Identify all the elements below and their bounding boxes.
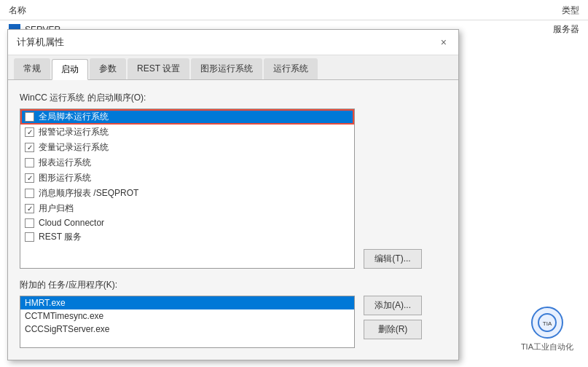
checkbox-8[interactable] bbox=[25, 232, 34, 242]
checkbox-3[interactable] bbox=[25, 158, 34, 167]
checkbox-0[interactable] bbox=[25, 112, 34, 122]
tab-rest[interactable]: REST 设置 bbox=[128, 58, 189, 79]
col1-header: 名称 bbox=[9, 4, 26, 17]
tasks-label: 附加的 任务/应用程序(K): bbox=[20, 279, 447, 291]
list-item[interactable]: REST 服务 bbox=[20, 229, 354, 245]
startup-item-1-label: 报警记录运行系统 bbox=[39, 126, 109, 138]
dialog-titlebar: 计算机属性 × bbox=[8, 30, 458, 55]
tab-graphics[interactable]: 图形运行系统 bbox=[191, 58, 262, 79]
startup-item-5-label: 消息顺序报表 /SEQPROT bbox=[39, 187, 138, 200]
list-item[interactable]: 全局脚本运行系统 bbox=[20, 109, 354, 125]
startup-item-6-label: 用户归档 bbox=[39, 202, 74, 215]
svg-text:TIA: TIA bbox=[543, 320, 552, 327]
list-item[interactable]: HMRT.exe bbox=[20, 296, 354, 309]
startup-label: WinCC 运行系统 的启动顺序(O): bbox=[20, 92, 447, 104]
dialog: 计算机属性 × 常规 启动 参数 REST 设置 图形运行系统 运行系统 Win… bbox=[7, 29, 459, 360]
checkbox-4[interactable] bbox=[25, 173, 34, 183]
startup-item-7-label: Cloud Connector bbox=[39, 218, 104, 228]
list-item[interactable]: CCTMTimesync.exe bbox=[20, 309, 354, 323]
startup-item-3-label: 报表运行系统 bbox=[39, 157, 91, 169]
checkbox-2[interactable] bbox=[25, 143, 34, 152]
list-item[interactable]: 用户归档 bbox=[20, 201, 354, 216]
add-button[interactable]: 添加(A)... bbox=[364, 296, 422, 315]
task-item-0-label: HMRT.exe bbox=[25, 298, 66, 308]
checkbox-6[interactable] bbox=[25, 204, 34, 213]
task-item-2-label: CCCSigRTServer.exe bbox=[25, 324, 109, 334]
edit-button-area: 编辑(T)... bbox=[364, 108, 422, 269]
edit-button[interactable]: 编辑(T)... bbox=[364, 249, 422, 269]
startup-item-8-label: REST 服务 bbox=[39, 231, 82, 243]
tia-circle-icon: TIA bbox=[531, 307, 563, 339]
top-bar: 名称 类型 bbox=[0, 0, 588, 20]
checkbox-7[interactable] bbox=[25, 218, 34, 228]
server-type-label: 服务器 bbox=[553, 23, 579, 36]
dialog-close-button[interactable]: × bbox=[438, 36, 450, 48]
list-item[interactable]: 消息顺序报表 /SEQPROT bbox=[20, 186, 354, 201]
col2-header: 类型 bbox=[562, 4, 579, 17]
tab-params[interactable]: 参数 bbox=[90, 58, 126, 79]
list-item[interactable]: 图形运行系统 bbox=[20, 170, 354, 186]
tia-logo: TIA TIA工业自动化 bbox=[521, 307, 573, 352]
tasks-section: HMRT.exe CCTMTimesync.exe CCCSigRTServer… bbox=[20, 296, 447, 348]
startup-listbox[interactable]: 全局脚本运行系统 报警记录运行系统 变量记录运行系统 bbox=[20, 108, 355, 269]
list-item[interactable]: 报表运行系统 bbox=[20, 155, 354, 170]
tab-startup[interactable]: 启动 bbox=[52, 59, 88, 80]
task-item-1-label: CCTMTimesync.exe bbox=[25, 311, 103, 321]
list-item[interactable]: 变量记录运行系统 bbox=[20, 140, 354, 155]
tasks-listbox[interactable]: HMRT.exe CCTMTimesync.exe CCCSigRTServer… bbox=[20, 296, 355, 348]
list-item[interactable]: CCCSigRTServer.exe bbox=[20, 323, 354, 336]
tab-general[interactable]: 常规 bbox=[14, 58, 50, 79]
dialog-title: 计算机属性 bbox=[17, 36, 64, 49]
delete-button[interactable]: 删除(R) bbox=[364, 320, 422, 339]
checkbox-1[interactable] bbox=[25, 127, 34, 137]
startup-item-2-label: 变量记录运行系统 bbox=[39, 141, 109, 154]
dialog-content: WinCC 运行系统 的启动顺序(O): 全局脚本运行系统 报警记录运行系统 bbox=[8, 80, 458, 360]
startup-item-0-label: 全局脚本运行系统 bbox=[39, 111, 109, 123]
checkbox-5[interactable] bbox=[25, 189, 34, 198]
startup-section: 全局脚本运行系统 报警记录运行系统 变量记录运行系统 bbox=[20, 108, 447, 269]
tia-label: TIA工业自动化 bbox=[521, 342, 573, 352]
list-item[interactable]: 报警记录运行系统 bbox=[20, 125, 354, 140]
list-item[interactable]: Cloud Connector bbox=[20, 216, 354, 229]
tabs-bar: 常规 启动 参数 REST 设置 图形运行系统 运行系统 bbox=[8, 55, 458, 80]
app-window: 名称 类型 SERVER 服务器 计算机属性 × 常规 启动 参数 REST 设… bbox=[0, 0, 588, 367]
startup-item-4-label: 图形运行系统 bbox=[39, 172, 91, 184]
tab-runtime[interactable]: 运行系统 bbox=[264, 58, 318, 79]
task-buttons: 添加(A)... 删除(R) bbox=[364, 296, 422, 339]
